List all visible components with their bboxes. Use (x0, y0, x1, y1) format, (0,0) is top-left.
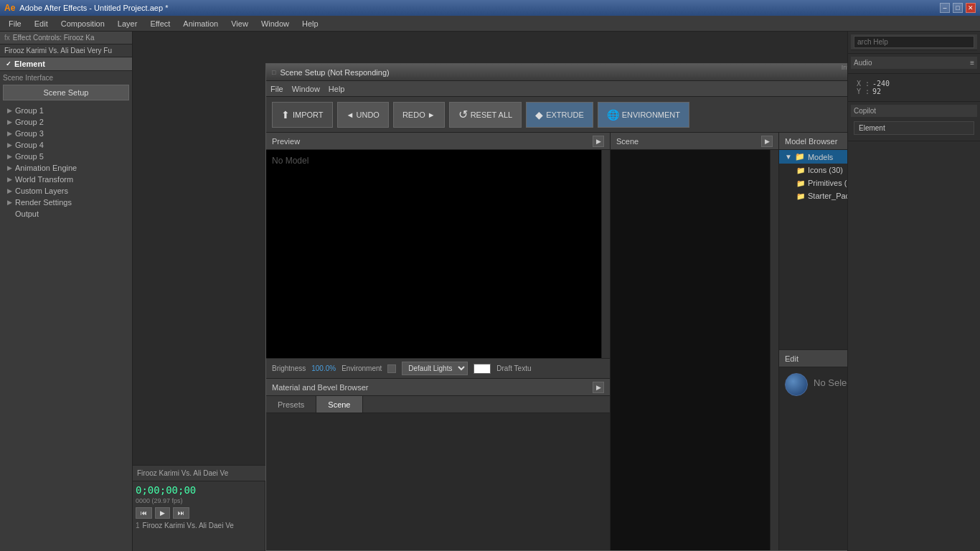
undo-button[interactable]: ◄ UNDO (337, 102, 389, 128)
intel-line2: 0 MB Video RAM (842, 72, 847, 81)
menu-animation[interactable]: Animation (177, 18, 224, 29)
scene-interface-label: Scene Interface (3, 74, 129, 82)
material-expand-button[interactable]: ▶ (593, 382, 604, 393)
menu-layer[interactable]: Layer (112, 18, 143, 29)
center-area: □ Scene Setup (Not Responding) Intel(R) … (133, 32, 847, 551)
color-swatch[interactable] (473, 364, 491, 374)
scene-scrollbar[interactable] (770, 150, 778, 550)
lights-dropdown[interactable]: Default Lights (402, 362, 468, 375)
import-button[interactable]: ⬆ IMPORT (272, 102, 333, 128)
close-button[interactable]: ✕ (966, 3, 976, 13)
arrow-icon: ▶ (7, 199, 12, 206)
tree-item-world-transform[interactable]: ▶ World Transform (3, 174, 129, 185)
edit-panel: Edit ▶ No Selection (779, 349, 847, 550)
playback-row: ⏮ ▶ ⏭ (136, 507, 262, 519)
tree-item-group5[interactable]: ▶ Group 5 (3, 151, 129, 162)
tree-item-group3[interactable]: ▶ Group 3 (3, 128, 129, 139)
scene-viewport (611, 150, 770, 550)
menu-window[interactable]: Window (255, 18, 295, 29)
audio-menu-icon[interactable]: ≡ (970, 59, 974, 67)
tree-item-label: Group 4 (15, 141, 44, 149)
redo-button[interactable]: REDO ► (393, 102, 445, 128)
scene-title: Scene (616, 137, 639, 146)
material-browser-header: Material and Bevel Browser ▶ (266, 379, 610, 396)
layer-name: Firooz Karimi Vs. Ali Daei Ve (143, 522, 234, 529)
scene-body (611, 150, 778, 550)
extrude-icon: ◆ (535, 109, 543, 121)
preview-expand-button[interactable]: ▶ (593, 136, 604, 147)
element-search-value: Element (859, 124, 885, 132)
extrude-button[interactable]: ◆ EXTRUDE (526, 102, 593, 128)
play-button[interactable]: ▶ (155, 507, 170, 519)
prev-frame-button[interactable]: ⏮ (136, 507, 152, 519)
reset-button[interactable]: ↺ RESET ALL (449, 102, 522, 128)
tree-item-group2[interactable]: ▶ Group 2 (3, 116, 129, 128)
models-label: Models (808, 153, 833, 161)
element-tab: ✓ Element (0, 57, 132, 71)
minimize-button[interactable]: – (940, 3, 950, 13)
material-content (266, 413, 610, 550)
tab-presets-label: Presets (278, 400, 304, 409)
arrow-icon: ▶ (7, 153, 12, 160)
tree-item-label: Render Settings (15, 198, 72, 207)
model-tree-starter-pack[interactable]: 📁 Starter_Pack (34) (779, 189, 847, 202)
preview-header: Preview ▶ (266, 133, 610, 150)
search-section (848, 32, 980, 54)
scene-setup-button[interactable]: Scene Setup (3, 85, 129, 100)
dialog-menu-help[interactable]: Help (329, 85, 345, 93)
preview-scrollbar[interactable] (601, 150, 610, 358)
dialog-menu-window[interactable]: Window (292, 85, 320, 93)
copilot-label: Copilot (854, 107, 876, 115)
reset-label: RESET ALL (471, 110, 513, 119)
dialog-title-left: □ Scene Setup (Not Responding) (272, 68, 390, 77)
scene-expand-button[interactable]: ▶ (761, 136, 773, 147)
dialog-menu-file[interactable]: File (270, 85, 283, 93)
preview-panel: Preview ▶ No Model Brightness 100.0% (266, 133, 611, 378)
brightness-value[interactable]: 100.0% (311, 364, 336, 372)
edit-content: No Selection (779, 367, 847, 550)
no-model-text: No Model (272, 156, 308, 166)
tree-item-custom-layers[interactable]: ▶ Custom Layers (3, 185, 129, 197)
tree-item-group4[interactable]: ▶ Group 4 (3, 139, 129, 151)
effect-controls-icon: fx (4, 34, 10, 42)
timecode: 0;00;00;00 (136, 484, 196, 496)
intel-info: Intel(R) HD Graphics Family 0 MB Video R… (842, 64, 847, 80)
model-folder-icon: 📁 (795, 152, 805, 161)
audio-label: Audio (854, 59, 872, 67)
tree-item-render-settings[interactable]: ▶ Render Settings (3, 197, 129, 208)
environment-checkbox[interactable] (387, 364, 396, 373)
menu-edit[interactable]: Edit (29, 18, 54, 29)
import-label: IMPORT (293, 110, 324, 119)
next-frame-button[interactable]: ⏭ (173, 507, 189, 519)
tab-scene[interactable]: Scene (316, 396, 362, 413)
draft-texture-label: Draft Textu (496, 364, 531, 372)
tab-presets[interactable]: Presets (266, 396, 316, 413)
search-input[interactable] (854, 36, 974, 48)
environment-label-ctrl: Environment (341, 364, 382, 372)
scene-panel: Scene ▶ (611, 133, 779, 550)
environment-button[interactable]: 🌐 ENVIRONMENT (598, 102, 689, 128)
menu-effect[interactable]: Effect (144, 18, 176, 29)
main-layout: fx Effect Controls: Firooz Ka Firooz Kar… (0, 32, 980, 551)
model-tree-primitives[interactable]: 📁 Primitives (54) (779, 176, 847, 189)
dialog-title-right: Intel(R) HD Graphics Family 0 MB Video R… (842, 64, 847, 80)
menu-composition[interactable]: Composition (55, 18, 110, 29)
y-value: 92 (872, 88, 881, 95)
tree-item-output[interactable]: ▶ Output (3, 208, 129, 220)
timeline-project: Firooz Karimi Vs. Ali Daei Ve (137, 469, 228, 477)
model-tree-icons[interactable]: 📁 Icons (30) (779, 164, 847, 176)
preview-viewport: No Model (266, 150, 601, 358)
dialog-content: Preview ▶ No Model Brightness 100.0% (266, 133, 847, 550)
tree-item-group1[interactable]: ▶ Group 1 (3, 105, 129, 116)
menu-help[interactable]: Help (296, 18, 324, 29)
restore-button[interactable]: □ (953, 3, 963, 13)
left-panel: fx Effect Controls: Firooz Ka Firooz Kar… (0, 32, 133, 551)
tree-item-animation-engine[interactable]: ▶ Animation Engine (3, 162, 129, 174)
arrow-icon: ▶ (7, 187, 12, 194)
coord-display: X : -240 Y : 92 (851, 77, 977, 98)
model-tree-models[interactable]: ▼ 📁 Models (779, 150, 847, 164)
dialog-icon: □ (272, 69, 275, 76)
title-bar-controls[interactable]: – □ ✕ (940, 3, 976, 13)
menu-file[interactable]: File (3, 18, 27, 29)
menu-view[interactable]: View (225, 18, 254, 29)
